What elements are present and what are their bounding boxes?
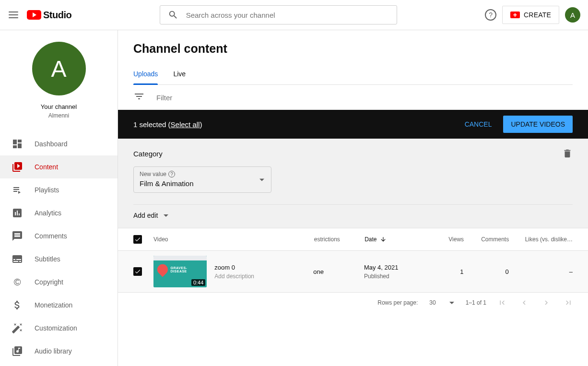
sidebar-item-dashboard[interactable]: Dashboard [0, 132, 118, 155]
page-title: Channel content [133, 42, 573, 56]
rows-per-page-select[interactable]: 30 [429, 299, 454, 306]
search-icon [168, 10, 178, 20]
row-views: 1 [432, 268, 463, 275]
cancel-button[interactable]: CANCEL [465, 120, 492, 128]
next-page-button[interactable] [542, 298, 551, 307]
sidebar-item-customization[interactable]: Customization [0, 317, 118, 340]
menu-icon[interactable] [8, 9, 19, 21]
trash-icon[interactable] [562, 148, 573, 159]
thumb-text: GRAVES-DISEASE [171, 266, 203, 273]
filter-input[interactable] [156, 94, 573, 102]
content-tabs: Uploads Live [133, 65, 573, 85]
add-edit-button[interactable]: Add edit [133, 204, 573, 228]
video-table: Video estrictions Date Views Comments Li… [118, 228, 588, 293]
select-all-link[interactable]: Select all [171, 120, 200, 129]
sidebar-item-label: Audio library [35, 347, 72, 355]
sidebar-item-analytics[interactable]: Analytics [0, 201, 118, 224]
studio-logo[interactable]: Studio [27, 10, 71, 21]
row-date-status: Published [364, 273, 432, 280]
edit-field-label: Category [133, 150, 163, 158]
main-content: Channel content Uploads Live 1 selected … [118, 30, 588, 366]
comments-icon [12, 230, 23, 242]
channel-label: Your channel [41, 103, 77, 110]
prev-page-button[interactable] [520, 298, 529, 307]
sidebar-item-label: Content [35, 163, 58, 171]
help-icon[interactable]: ? [168, 171, 175, 177]
update-videos-button[interactable]: UPDATE VIDEOS [503, 116, 573, 133]
video-description-placeholder[interactable]: Add description [214, 273, 313, 280]
sidebar-item-comments[interactable]: Comments [0, 224, 118, 248]
copyright-icon: © [12, 276, 23, 288]
search-box[interactable] [160, 5, 397, 24]
audio-library-icon [12, 345, 23, 357]
selection-bar: 1 selected (Select all) CANCEL UPDATE VI… [118, 110, 588, 139]
row-likes: – [509, 268, 573, 275]
app-header: Studio ? CREATE A [0, 0, 588, 30]
subtitles-icon [12, 253, 23, 265]
sidebar-item-label: Customization [35, 324, 77, 332]
account-avatar[interactable]: A [565, 7, 580, 23]
pagination: Rows per page: 30 1–1 of 1 [118, 293, 588, 313]
create-video-icon [510, 12, 520, 18]
page-header: Channel content Uploads Live [118, 30, 588, 85]
row-restrictions: one [313, 268, 364, 275]
table-header: Video estrictions Date Views Comments Li… [118, 228, 588, 251]
sidebar-item-label: Monetization [35, 301, 72, 309]
chevron-down-icon [449, 302, 454, 304]
channel-name: Almenni [48, 112, 69, 119]
sidebar: A Your channel Almenni Dashboard Content… [0, 30, 118, 366]
header-actions: ? CREATE A [485, 6, 580, 24]
sidebar-item-subtitles[interactable]: Subtitles [0, 248, 118, 271]
help-icon[interactable]: ? [485, 9, 496, 21]
row-checkbox[interactable] [133, 267, 142, 276]
select-floating-label: New value ? [140, 171, 265, 177]
sidebar-item-label: Analytics [35, 209, 61, 217]
analytics-icon [12, 207, 23, 219]
select-all-checkbox[interactable] [133, 235, 142, 244]
customization-icon [12, 322, 23, 334]
heart-icon [155, 262, 170, 277]
tab-live[interactable]: Live [173, 65, 186, 84]
sidebar-item-content[interactable]: Content [0, 155, 118, 178]
create-button[interactable]: CREATE [502, 6, 559, 24]
video-duration: 0:44 [191, 279, 205, 286]
chevron-down-icon [164, 214, 168, 217]
playlists-icon [12, 184, 23, 196]
channel-block[interactable]: A Your channel Almenni [0, 30, 118, 127]
col-date[interactable]: Date [365, 236, 432, 243]
create-label: CREATE [524, 11, 551, 19]
video-title[interactable]: zoom 0 [214, 264, 313, 271]
monetization-icon [12, 299, 23, 311]
col-video[interactable]: Video [142, 236, 314, 243]
video-info: zoom 0 Add description [207, 264, 313, 280]
rows-per-page-label: Rows per page: [377, 299, 418, 306]
video-thumbnail[interactable]: GRAVES-DISEASE 0:44 [153, 256, 207, 287]
sidebar-item-copyright[interactable]: © Copyright [0, 271, 118, 294]
sidebar-item-playlists[interactable]: Playlists [0, 178, 118, 201]
arrow-down-icon [380, 236, 387, 243]
col-comments[interactable]: Comments [464, 236, 509, 243]
last-page-button[interactable] [564, 298, 573, 307]
channel-avatar: A [32, 42, 86, 95]
tab-uploads[interactable]: Uploads [133, 65, 158, 84]
col-likes[interactable]: Likes (vs. dislike… [509, 236, 573, 243]
sidebar-item-label: Subtitles [35, 255, 60, 263]
col-restrictions[interactable]: estrictions [314, 236, 365, 243]
row-date: May 4, 2021 Published [364, 264, 432, 280]
filter-icon[interactable] [133, 91, 145, 104]
first-page-button[interactable] [498, 298, 506, 307]
sidebar-item-audio-library[interactable]: Audio library [0, 340, 118, 363]
table-row[interactable]: GRAVES-DISEASE 0:44 zoom 0 Add descripti… [118, 251, 588, 293]
sidebar-item-monetization[interactable]: Monetization [0, 294, 118, 317]
sidebar-item-label: Dashboard [35, 140, 68, 148]
search-input[interactable] [186, 11, 389, 19]
sidebar-item-label: Comments [35, 232, 67, 240]
selection-count: 1 selected (Select all) [133, 120, 202, 129]
col-views[interactable]: Views [432, 236, 464, 243]
bulk-edit-panel: Category New value ? Film & Animation Ad… [118, 139, 588, 228]
category-select[interactable]: New value ? Film & Animation [133, 166, 271, 193]
page-range: 1–1 of 1 [466, 299, 486, 306]
filter-row [118, 85, 588, 110]
add-edit-label: Add edit [133, 212, 158, 219]
dashboard-icon [12, 138, 23, 150]
